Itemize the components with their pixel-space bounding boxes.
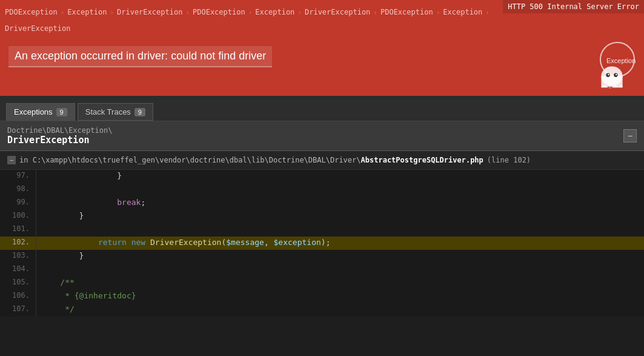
line-number: 97. — [0, 170, 36, 183]
breadcrumb-item-3[interactable]: PDOException — [193, 8, 245, 16]
breadcrumb-sep-7: › — [485, 8, 490, 16]
tab-exceptions-label: Exceptions — [14, 107, 53, 116]
http-status: HTTP 500 Internal Server Error — [503, 0, 644, 13]
collapse-button[interactable]: − — [623, 129, 637, 143]
line-number: 104. — [0, 263, 36, 277]
line-content: return new DriverException($message, $ex… — [36, 237, 335, 250]
svg-text:Exception!: Exception! — [606, 57, 636, 64]
tab-exceptions[interactable]: Exceptions 9 — [6, 103, 75, 121]
line-content: * {@inheritdoc} — [36, 290, 141, 303]
line-content: } — [36, 250, 88, 263]
breadcrumb-sep-3: › — [248, 8, 253, 16]
line-content: break; — [36, 196, 150, 210]
exception-class-name: DriverException — [7, 135, 112, 146]
exception-header: Doctrine\DBAL\Exception\ DriverException… — [0, 121, 644, 151]
error-header: An exception occurred in driver: could n… — [0, 35, 644, 96]
line-content: } — [36, 210, 88, 223]
breadcrumb-item-1[interactable]: Exception — [67, 8, 107, 16]
svg-point-7 — [616, 74, 617, 75]
tab-stack-traces[interactable]: Stack Traces 9 — [78, 103, 153, 121]
tab-stack-traces-badge: 9 — [134, 108, 145, 116]
breadcrumb-item-6[interactable]: PDOException — [380, 8, 433, 16]
tabs-bar: Exceptions 9 Stack Traces 9 — [0, 96, 644, 121]
line-number: 102. — [0, 237, 36, 250]
exception-class-path: Doctrine\DBAL\Exception\ — [7, 126, 112, 135]
breadcrumb-bar: PDOException › Exception › DriverExcepti… — [0, 0, 644, 24]
code-line: 99. break; — [0, 196, 644, 210]
exception-block: Doctrine\DBAL\Exception\ DriverException… — [0, 121, 644, 317]
breadcrumb-item-0[interactable]: PDOException — [5, 8, 58, 16]
breadcrumb-item-4[interactable]: Exception — [255, 8, 294, 16]
code-line: 102. return new DriverException($message… — [0, 237, 644, 250]
ghost-logo-icon: Exception! — [587, 41, 636, 90]
breadcrumb-sep-6: › — [436, 8, 440, 16]
line-content: } — [36, 170, 127, 183]
code-line: 104. — [0, 263, 644, 277]
line-content: */ — [36, 303, 79, 317]
breadcrumb-sep-2: › — [185, 8, 190, 16]
code-line: 100. } — [0, 210, 644, 223]
tab-exceptions-badge: 9 — [56, 108, 67, 116]
line-content — [36, 183, 46, 196]
code-line: 101. — [0, 223, 644, 237]
tab-stack-traces-label: Stack Traces — [85, 107, 131, 116]
breadcrumb-sep-4: › — [297, 8, 302, 16]
code-line: 98. — [0, 183, 644, 196]
breadcrumb-item-5[interactable]: DriverException — [305, 8, 370, 16]
code-line: 97. } — [0, 170, 644, 183]
line-number: 101. — [0, 223, 36, 237]
line-number: 103. — [0, 250, 36, 263]
breadcrumb-item-7[interactable]: Exception — [443, 8, 482, 16]
breadcrumb-sep-5: › — [373, 8, 377, 16]
code-line: 103. } — [0, 250, 644, 263]
line-number: 99. — [0, 196, 36, 210]
line-content — [36, 263, 46, 277]
code-block: 97. }98.99. break;100. }101.102. return … — [0, 170, 644, 317]
code-line: 107. */ — [0, 303, 644, 317]
line-number: 100. — [0, 210, 36, 223]
line-number: 107. — [0, 303, 36, 317]
file-location: − in C:\xampp\htdocs\trueffel_gen\vendor… — [0, 151, 644, 170]
line-number: 98. — [0, 183, 36, 196]
breadcrumb-second-row: DriverException — [0, 24, 644, 35]
svg-rect-3 — [601, 76, 622, 87]
svg-point-6 — [608, 74, 609, 75]
file-path: in C:\xampp\htdocs\trueffel_gen\vendor\d… — [19, 156, 483, 164]
breadcrumb-sep-0: › — [61, 8, 65, 16]
breadcrumb-sep-1: › — [110, 8, 114, 16]
line-number: 106. — [0, 290, 36, 303]
code-line: 106. * {@inheritdoc} — [0, 290, 644, 303]
line-content: /** — [36, 277, 79, 290]
line-number-label: (line 102) — [487, 156, 531, 164]
breadcrumb-item-2[interactable]: DriverException — [117, 8, 182, 16]
toggle-icon[interactable]: − — [7, 156, 16, 164]
line-number: 105. — [0, 277, 36, 290]
code-line: 105. /** — [0, 277, 644, 290]
line-content — [36, 223, 46, 237]
error-message: An exception occurred in driver: could n… — [8, 46, 272, 67]
exception-info: Doctrine\DBAL\Exception\ DriverException — [7, 126, 112, 146]
